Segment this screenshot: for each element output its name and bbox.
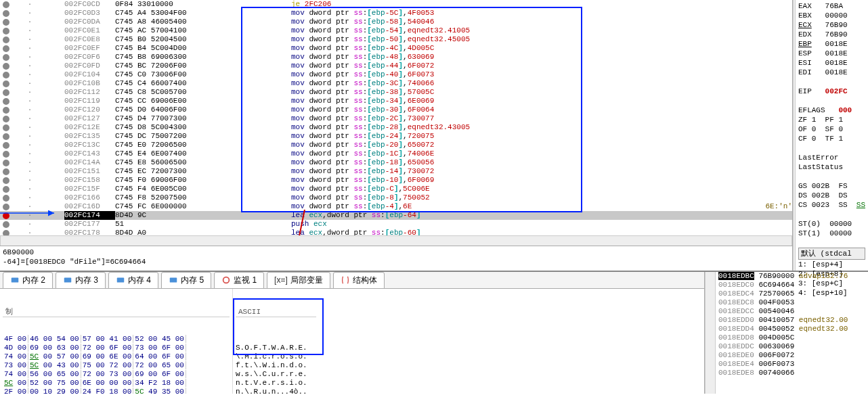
- disasm-row[interactable]: ·002FC0DAC745 A8 46005400mov dword ptr s…: [0, 18, 792, 26]
- breakpoint-marker[interactable]: [3, 116, 9, 122]
- stack-row[interactable]: 0018EDD0 00410057 eqnedt32.00: [718, 316, 865, 325]
- breakpoint-marker[interactable]: [3, 37, 9, 43]
- stack-row[interactable]: 0018EDD8 004D005C: [718, 333, 865, 342]
- stack-row[interactable]: 0018EDE8 00740066: [718, 369, 865, 377]
- dump-hex-row[interactable]: 4D 0069 00 63 0072 00 6F 0073 00 6F 00: [3, 344, 230, 352]
- disasm-row[interactable]: ·002FC16DC745 FC 6E000000mov dword ptr s…: [0, 202, 792, 211]
- reg-eax[interactable]: EAX 76BA: [798, 1, 865, 11]
- disasm-row[interactable]: ·002FC0F6C745 B8 69006300mov dword ptr s…: [0, 53, 792, 62]
- breakpoint-marker[interactable]: [3, 10, 9, 17]
- stack-row[interactable]: 0018EDD4 00450052 eqnedt32.00: [718, 325, 865, 333]
- disasm-row[interactable]: ·002FC1748D4D 9Clea ecx,dword ptr ss:[eb…: [0, 211, 792, 220]
- breakpoint-marker[interactable]: [3, 54, 9, 61]
- breakpoint-marker[interactable]: [3, 19, 9, 26]
- breakpoint-marker[interactable]: [3, 89, 9, 96]
- disasm-row[interactable]: ·002FC0FDC745 BC 72006F00mov dword ptr s…: [0, 62, 792, 70]
- stack-row[interactable]: 0018EDDC 00630069: [718, 342, 865, 351]
- breakpoint-marker[interactable]: [3, 195, 9, 202]
- breakpoint-marker[interactable]: [3, 151, 9, 158]
- breakpoint-marker[interactable]: [3, 107, 9, 114]
- disasm-row[interactable]: ·002FC151C745 EC 72007300mov dword ptr s…: [0, 167, 792, 176]
- breakpoint-marker[interactable]: [3, 142, 9, 149]
- dump-hex-row[interactable]: 74 005C 00 57 0069 00 6E 0064 00 6F 00: [3, 352, 230, 361]
- breakpoint-marker[interactable]: [3, 177, 9, 184]
- dump-ascii-row[interactable]: f.t.\.W.i.n.d.o.: [236, 361, 316, 370]
- disasm-row[interactable]: ·002FC120C745 D0 64006F00mov dword ptr s…: [0, 106, 792, 114]
- dump-ascii-row[interactable]: \.M.i.c.r.o.s.o.: [236, 352, 316, 361]
- reg-eip[interactable]: EIP 002FC: [798, 87, 865, 96]
- disasm-row[interactable]: ·002FC13CC745 E0 72006500mov dword ptr s…: [0, 141, 792, 149]
- dump-ascii-row[interactable]: S.O.F.T.W.A.R.E.: [236, 344, 316, 352]
- disasm-row[interactable]: ·002FC0D3C745 A4 53004F00mov dword ptr s…: [0, 9, 792, 18]
- disasm-row[interactable]: ·002FC0EFC745 B4 5C004D00mov dword ptr s…: [0, 44, 792, 53]
- dump-ascii-row[interactable]: n.\.R.u.n...4ò..: [236, 388, 316, 394]
- disasm-row[interactable]: ·002FC166C745 F8 52007500mov dword ptr s…: [0, 193, 792, 202]
- tab-mem3[interactable]: 内存 3: [56, 272, 106, 289]
- breakpoint-marker[interactable]: [3, 160, 9, 166]
- stack-row[interactable]: 0018EDE4 006F0073: [718, 360, 865, 369]
- stack-row[interactable]: 0018EDC0 6C694664: [718, 281, 865, 290]
- reg-edi[interactable]: EDI 0018E: [798, 68, 865, 77]
- dump-hex-row[interactable]: 4F 0046 00 54 0057 00 41 0052 00 45 00: [3, 335, 230, 344]
- tab-mem2[interactable]: 内存 2: [3, 272, 53, 289]
- stack-row[interactable]: 0018EDC8 004F0053: [718, 298, 865, 307]
- callconv[interactable]: 默认 (stdcal: [798, 248, 865, 260]
- disasm-row[interactable]: ·002FC119C745 CC 69006E00mov dword ptr s…: [0, 97, 792, 106]
- eflags[interactable]: EFLAGS 000: [798, 106, 865, 115]
- breakpoint-marker[interactable]: [3, 204, 9, 210]
- disasm-row[interactable]: ·002FC0E1C745 AC 57004100mov dword ptr s…: [0, 26, 792, 35]
- reg-edx[interactable]: EDX 76B90: [798, 30, 865, 39]
- breakpoint-marker[interactable]: [3, 45, 9, 52]
- dump-hex-row[interactable]: 73 005C 00 43 0075 00 72 0072 00 65 00: [3, 361, 230, 370]
- breakpoint-marker[interactable]: [3, 133, 9, 140]
- reg-ebx[interactable]: EBX 00000: [798, 11, 865, 20]
- tab-struct[interactable]: 结构体: [333, 272, 385, 289]
- disasm-row[interactable]: ·002FC112C745 C8 5C005700mov dword ptr s…: [0, 88, 792, 97]
- disasm-row[interactable]: ·002FC0CD0F84 33010000je 2FC206: [0, 0, 792, 9]
- disasm-row[interactable]: ·002FC10BC745 C4 66007400mov dword ptr s…: [0, 79, 792, 88]
- stack-row[interactable]: 0018EDCC 00540046: [718, 307, 865, 316]
- reg-ebp[interactable]: EBP 0018E: [798, 39, 865, 49]
- dump-ascii-row[interactable]: w.s.\.C.u.r.r.e.: [236, 370, 316, 379]
- horizontal-scrollbar[interactable]: [0, 235, 792, 246]
- dump-scrollbar[interactable]: [705, 272, 716, 394]
- dump-ascii-row[interactable]: n.t.V.e.r.s.i.o.: [236, 379, 316, 388]
- reg-ecx[interactable]: ECX 76B90: [798, 20, 865, 30]
- disasm-row[interactable]: ·002FC135C745 DC 75007200mov dword ptr s…: [0, 132, 792, 141]
- disassembly-view[interactable]: ·002FC0CD0F84 33010000je 2FC206·002FC0D3…: [0, 0, 792, 235]
- breakpoint-marker[interactable]: [3, 72, 9, 78]
- breakpoint-marker[interactable]: [3, 63, 9, 70]
- breakpoint-marker[interactable]: [3, 186, 9, 193]
- tab-watch1[interactable]: 监视 1: [214, 272, 264, 289]
- breakpoint-marker[interactable]: [3, 28, 9, 34]
- disasm-row[interactable]: ·002FC158C745 F0 69006F00mov dword ptr s…: [0, 176, 792, 185]
- registers-panel[interactable]: EAX 76BAEBX 00000ECX 76B90EDX 76B90EBP 0…: [796, 0, 868, 271]
- breakpoint-marker[interactable]: [3, 124, 9, 131]
- disasm-row[interactable]: ·002FC143C745 E4 6E007400mov dword ptr s…: [0, 149, 792, 158]
- disasm-row[interactable]: ·002FC104C745 C0 73006F00mov dword ptr s…: [0, 70, 792, 79]
- disasm-row[interactable]: ·002FC0E8C745 B0 52004500mov dword ptr s…: [0, 35, 792, 44]
- breakpoint-marker[interactable]: [3, 98, 9, 105]
- dump-hex-row[interactable]: 74 0056 00 65 0072 00 73 0069 00 6F 00: [3, 370, 230, 379]
- breakpoint-marker[interactable]: [3, 230, 9, 236]
- breakpoint-marker[interactable]: [3, 80, 9, 87]
- dump-hex-row[interactable]: 5C 0052 00 75 006E 00 00 0034 F2 18 00: [3, 379, 230, 388]
- tab-locals[interactable]: [x=]局部变量: [267, 272, 330, 289]
- disasm-row[interactable]: ·002FC12EC745 D8 5C004300mov dword ptr s…: [0, 123, 792, 132]
- tab-mem4[interactable]: 内存 4: [108, 272, 158, 289]
- disasm-row[interactable]: ·002FC17751push ecx: [0, 220, 792, 229]
- reg-esi[interactable]: ESI 0018E: [798, 58, 865, 68]
- disasm-row[interactable]: ·002FC15FC745 F4 6E005C00mov dword ptr s…: [0, 185, 792, 193]
- breakpoint-marker[interactable]: [3, 212, 9, 219]
- disasm-row[interactable]: ·002FC14AC745 E8 56006500mov dword ptr s…: [0, 158, 792, 167]
- reg-esp[interactable]: ESP 0018E: [798, 49, 865, 58]
- stack-row[interactable]: 0018EDE0 006F0072: [718, 351, 865, 360]
- memory-dump[interactable]: 制 4F 0046 00 54 0057 00 41 0052 00 45 00…: [0, 289, 704, 394]
- breakpoint-marker[interactable]: [3, 1, 9, 8]
- stack-row[interactable]: 0018EDC4 72570065: [718, 290, 865, 298]
- breakpoint-marker[interactable]: [3, 168, 9, 175]
- tab-mem5[interactable]: 内存 5: [161, 272, 211, 289]
- dump-hex-row[interactable]: 2F 0000 10 29 0024 F0 18 005C 49 35 00: [3, 388, 230, 394]
- breakpoint-marker[interactable]: [3, 221, 9, 228]
- disasm-row[interactable]: ·002FC1788D4D A0lea ecx,dword ptr ss:[eb…: [0, 229, 792, 235]
